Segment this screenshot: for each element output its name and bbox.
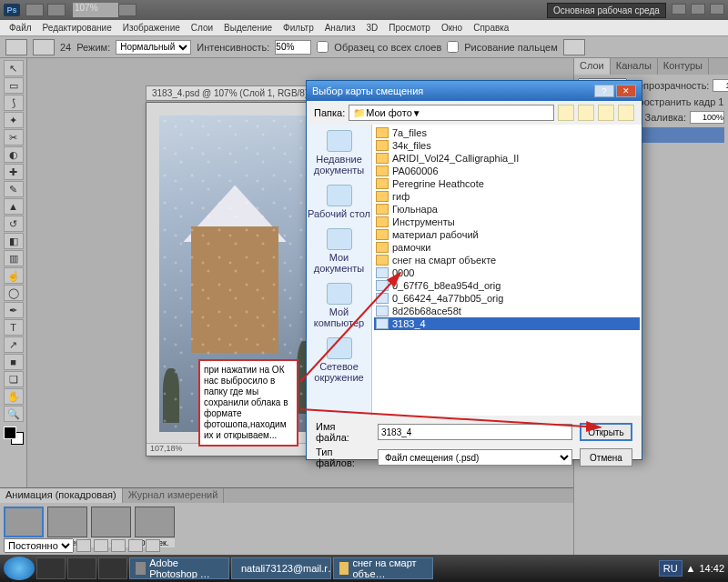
play-button[interactable]: [111, 539, 126, 552]
brush-tool[interactable]: ✎: [4, 181, 24, 197]
filetype-select[interactable]: Файл смещения (.psd): [378, 449, 572, 466]
task-photoshop[interactable]: Adobe Photoshop …: [129, 557, 229, 579]
list-item[interactable]: материал рабочий: [374, 228, 640, 241]
menu-3d[interactable]: 3D: [360, 23, 383, 33]
tool-preset-icon[interactable]: [5, 39, 27, 55]
document-tab[interactable]: 3183_4.psd @ 107% (Слой 1, RGB/8) *: [146, 85, 320, 101]
up-icon[interactable]: [578, 105, 594, 121]
filename-input[interactable]: [378, 424, 572, 440]
language-indicator[interactable]: RU: [659, 560, 682, 577]
list-item[interactable]: PA060006: [374, 165, 640, 177]
list-item[interactable]: гиф: [374, 190, 640, 203]
type-tool[interactable]: T: [4, 319, 24, 336]
shape-tool[interactable]: ■: [4, 354, 24, 370]
sample-all-checkbox[interactable]: [317, 41, 329, 53]
menu-select[interactable]: Выделение: [218, 23, 278, 33]
dialog-titlebar[interactable]: Выбор карты смещения ? ✕: [307, 81, 642, 101]
menu-window[interactable]: Окно: [436, 23, 468, 33]
maximize-button[interactable]: [691, 4, 705, 15]
intensity-input[interactable]: [275, 40, 311, 55]
zoom-select[interactable]: 107%: [73, 3, 118, 17]
opacity-input[interactable]: [713, 79, 728, 92]
start-button[interactable]: [4, 557, 35, 580]
place-network[interactable]: Сетевое окружение: [307, 337, 371, 383]
cancel-button[interactable]: Отмена: [580, 448, 632, 467]
brush-preset-icon[interactable]: [33, 39, 55, 55]
place-desktop[interactable]: Рабочий стол: [308, 185, 370, 219]
prev-frame-button[interactable]: [94, 539, 108, 552]
list-item[interactable]: 8d26b68ace58t: [374, 305, 640, 317]
dodge-tool[interactable]: ◯: [4, 285, 24, 301]
file-list[interactable]: 7a_files34к_filesARIDI_Vol24_Calligraphi…: [372, 125, 642, 416]
dialog-close-button[interactable]: ✕: [616, 85, 636, 97]
history-brush-tool[interactable]: ↺: [4, 216, 24, 232]
marquee-tool[interactable]: ▭: [4, 77, 24, 94]
tab-animation[interactable]: Анимация (покадровая): [0, 488, 123, 503]
lasso-tool[interactable]: ⟆: [4, 95, 24, 111]
pen-tool[interactable]: ✒: [4, 302, 24, 318]
eyedropper-tool[interactable]: ◐: [4, 146, 24, 163]
hand-button[interactable]: [118, 4, 136, 16]
tablet-pressure-icon[interactable]: [563, 39, 585, 55]
move-tool[interactable]: ↖: [4, 60, 24, 76]
next-frame-button[interactable]: [128, 539, 143, 552]
list-item[interactable]: 7a_files: [374, 126, 640, 139]
list-item[interactable]: 0_67f76_b8ea954d_orig: [374, 279, 640, 292]
task-browser[interactable]: natali73123@mail.r…: [231, 557, 331, 579]
menu-filter[interactable]: Фильтр: [278, 23, 319, 33]
list-item[interactable]: 0000: [374, 266, 640, 279]
3d-tool[interactable]: ❏: [4, 371, 24, 387]
menu-edit[interactable]: Редактирование: [37, 23, 117, 33]
finger-paint-checkbox[interactable]: [447, 41, 459, 53]
dialog-help-button[interactable]: ?: [594, 85, 614, 97]
crop-tool[interactable]: ✂: [4, 129, 24, 146]
view-extras-button[interactable]: [47, 4, 66, 16]
views-icon[interactable]: [618, 105, 634, 121]
place-mydocs[interactable]: Мои документы: [307, 228, 371, 274]
gradient-tool[interactable]: ▥: [4, 250, 24, 266]
tray-icon[interactable]: ▲: [686, 563, 696, 574]
place-recent[interactable]: Недавние документы: [307, 130, 371, 176]
list-item[interactable]: снег на смарт объекте: [374, 254, 640, 266]
stamp-tool[interactable]: ▲: [4, 198, 24, 215]
hand-tool[interactable]: ✋: [4, 388, 24, 405]
wand-tool[interactable]: ✦: [4, 112, 24, 128]
menu-analysis[interactable]: Анализ: [319, 23, 361, 33]
workspace-button[interactable]: Основная рабочая среда: [547, 3, 666, 18]
list-item[interactable]: 34к_files: [374, 139, 640, 152]
pinned-app-1[interactable]: [67, 557, 96, 579]
menu-help[interactable]: Справка: [468, 23, 514, 33]
menu-view[interactable]: Просмотр: [383, 23, 436, 33]
launch-bridge-button[interactable]: [25, 4, 44, 16]
folder-select[interactable]: 📁 Мои фото ▼: [349, 105, 554, 121]
menu-file[interactable]: Файл: [4, 23, 37, 33]
fill-input[interactable]: [690, 111, 724, 124]
minimize-button[interactable]: [672, 4, 686, 15]
list-item[interactable]: ARIDI_Vol24_Calligraphia_II: [374, 152, 640, 165]
loop-select[interactable]: Постоянно: [4, 538, 74, 553]
smudge-tool[interactable]: ☝: [4, 267, 24, 284]
menu-layer[interactable]: Слои: [186, 23, 218, 33]
tab-measurements[interactable]: Журнал измерений: [123, 488, 225, 503]
first-frame-button[interactable]: [76, 539, 91, 552]
list-item[interactable]: Инструменты: [374, 216, 640, 228]
list-item[interactable]: 3183_4: [374, 317, 640, 330]
new-folder-icon[interactable]: [598, 105, 614, 121]
close-button[interactable]: [710, 4, 724, 15]
list-item[interactable]: Гюльнара: [374, 203, 640, 216]
tab-layers[interactable]: Слои: [574, 58, 611, 75]
pinned-explorer[interactable]: [36, 557, 66, 579]
color-swatches[interactable]: [4, 426, 24, 445]
menu-image[interactable]: Изображение: [117, 23, 186, 33]
path-tool[interactable]: ↗: [4, 336, 24, 353]
blend-mode-select[interactable]: Нормальный: [116, 40, 191, 55]
eraser-tool[interactable]: ◧: [4, 233, 24, 249]
back-icon[interactable]: [558, 105, 574, 121]
list-item[interactable]: рамочки: [374, 241, 640, 254]
last-frame-button[interactable]: [146, 539, 160, 552]
tab-paths[interactable]: Контуры: [658, 58, 709, 75]
open-button[interactable]: Открыть: [580, 423, 632, 441]
task-folder[interactable]: снег на смарт объе…: [333, 557, 433, 579]
zoom-tool[interactable]: 🔍: [4, 406, 24, 422]
place-computer[interactable]: Мой компьютер: [307, 283, 371, 328]
